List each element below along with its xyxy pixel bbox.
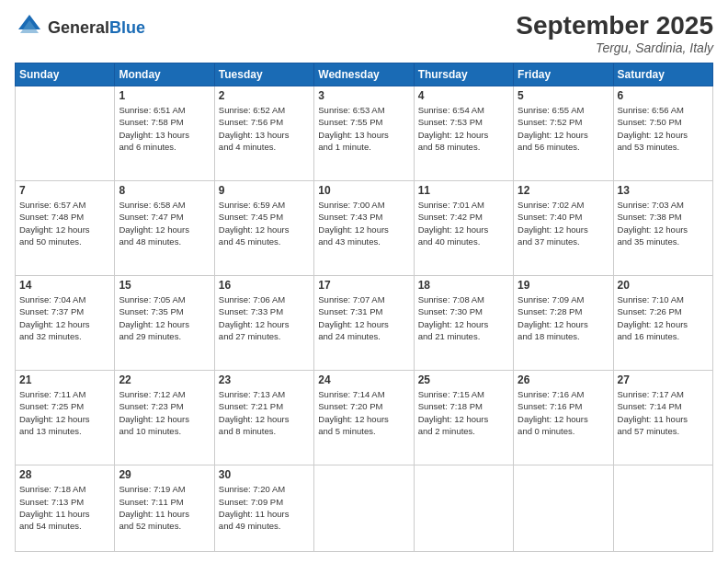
day-info: Sunrise: 6:51 AM Sunset: 7:58 PM Dayligh… [119, 104, 210, 153]
day-info: Sunrise: 7:00 AM Sunset: 7:43 PM Dayligh… [318, 199, 409, 247]
day-info: Sunrise: 6:57 AM Sunset: 7:48 PM Dayligh… [19, 199, 110, 247]
calendar-cell: 4Sunrise: 6:54 AM Sunset: 7:53 PM Daylig… [414, 86, 513, 181]
day-number: 8 [119, 184, 210, 197]
day-info: Sunrise: 7:12 AM Sunset: 7:23 PM Dayligh… [119, 388, 210, 437]
calendar-cell: 14Sunrise: 7:04 AM Sunset: 7:37 PM Dayli… [16, 276, 115, 371]
calendar-cell: 27Sunrise: 7:17 AM Sunset: 7:14 PM Dayli… [613, 371, 712, 465]
day-number: 19 [518, 279, 609, 292]
day-info: Sunrise: 7:15 AM Sunset: 7:18 PM Dayligh… [418, 388, 509, 437]
day-number: 15 [119, 279, 210, 292]
weekday-tuesday: Tuesday [214, 63, 313, 86]
day-info: Sunrise: 7:01 AM Sunset: 7:42 PM Dayligh… [418, 199, 509, 247]
day-info: Sunrise: 7:10 AM Sunset: 7:26 PM Dayligh… [618, 293, 709, 342]
day-info: Sunrise: 7:14 AM Sunset: 7:20 PM Dayligh… [318, 388, 409, 437]
day-number: 13 [618, 184, 709, 197]
day-info: Sunrise: 6:58 AM Sunset: 7:47 PM Dayligh… [119, 199, 210, 247]
calendar-cell: 10Sunrise: 7:00 AM Sunset: 7:43 PM Dayli… [314, 181, 414, 276]
day-number: 2 [219, 89, 310, 102]
day-info: Sunrise: 6:59 AM Sunset: 7:45 PM Dayligh… [219, 199, 310, 247]
day-number: 26 [518, 373, 609, 386]
calendar-cell [314, 465, 414, 552]
day-number: 5 [518, 89, 609, 102]
day-info: Sunrise: 7:03 AM Sunset: 7:38 PM Dayligh… [618, 199, 709, 247]
calendar-cell [514, 465, 613, 552]
calendar-cell: 7Sunrise: 6:57 AM Sunset: 7:48 PM Daylig… [16, 181, 115, 276]
day-number: 23 [219, 373, 310, 386]
day-number: 28 [19, 468, 110, 481]
month-title: September 2025 [516, 11, 713, 40]
day-info: Sunrise: 7:18 AM Sunset: 7:13 PM Dayligh… [19, 483, 110, 532]
weekday-friday: Friday [514, 63, 613, 86]
day-info: Sunrise: 7:16 AM Sunset: 7:16 PM Dayligh… [518, 388, 609, 437]
calendar-cell [613, 465, 712, 552]
day-number: 10 [318, 184, 409, 197]
weekday-wednesday: Wednesday [314, 63, 414, 86]
day-info: Sunrise: 6:55 AM Sunset: 7:52 PM Dayligh… [518, 104, 609, 153]
day-info: Sunrise: 7:07 AM Sunset: 7:31 PM Dayligh… [318, 293, 409, 342]
day-number: 14 [19, 279, 110, 292]
day-info: Sunrise: 7:06 AM Sunset: 7:33 PM Dayligh… [219, 293, 310, 342]
calendar-cell: 15Sunrise: 7:05 AM Sunset: 7:35 PM Dayli… [115, 276, 214, 371]
day-number: 9 [219, 184, 310, 197]
calendar-cell: 6Sunrise: 6:56 AM Sunset: 7:50 PM Daylig… [613, 86, 712, 181]
week-row-5: 28Sunrise: 7:18 AM Sunset: 7:13 PM Dayli… [16, 465, 713, 552]
day-info: Sunrise: 6:54 AM Sunset: 7:53 PM Dayligh… [418, 104, 509, 153]
day-number: 4 [418, 89, 509, 102]
calendar-cell: 2Sunrise: 6:52 AM Sunset: 7:56 PM Daylig… [214, 86, 313, 181]
day-info: Sunrise: 6:53 AM Sunset: 7:55 PM Dayligh… [318, 104, 409, 153]
day-number: 1 [119, 89, 210, 102]
calendar-cell: 25Sunrise: 7:15 AM Sunset: 7:18 PM Dayli… [414, 371, 513, 465]
calendar-cell: 1Sunrise: 6:51 AM Sunset: 7:58 PM Daylig… [115, 86, 214, 181]
week-row-3: 14Sunrise: 7:04 AM Sunset: 7:37 PM Dayli… [16, 276, 713, 371]
day-info: Sunrise: 7:02 AM Sunset: 7:40 PM Dayligh… [518, 199, 609, 247]
calendar-cell: 5Sunrise: 6:55 AM Sunset: 7:52 PM Daylig… [514, 86, 613, 181]
weekday-monday: Monday [115, 63, 214, 86]
day-number: 22 [119, 373, 210, 386]
day-number: 3 [318, 89, 409, 102]
calendar-cell: 3Sunrise: 6:53 AM Sunset: 7:55 PM Daylig… [314, 86, 414, 181]
calendar-cell: 29Sunrise: 7:19 AM Sunset: 7:11 PM Dayli… [115, 465, 214, 552]
day-number: 27 [618, 373, 709, 386]
day-number: 20 [618, 279, 709, 292]
calendar-cell: 8Sunrise: 6:58 AM Sunset: 7:47 PM Daylig… [115, 181, 214, 276]
calendar-cell: 19Sunrise: 7:09 AM Sunset: 7:28 PM Dayli… [514, 276, 613, 371]
day-info: Sunrise: 7:11 AM Sunset: 7:25 PM Dayligh… [19, 388, 110, 437]
day-info: Sunrise: 7:04 AM Sunset: 7:37 PM Dayligh… [19, 293, 110, 342]
day-info: Sunrise: 6:56 AM Sunset: 7:50 PM Dayligh… [618, 104, 709, 153]
calendar-cell: 24Sunrise: 7:14 AM Sunset: 7:20 PM Dayli… [314, 371, 414, 465]
logo-icon [15, 11, 44, 44]
day-number: 16 [219, 279, 310, 292]
week-row-1: 1Sunrise: 6:51 AM Sunset: 7:58 PM Daylig… [16, 86, 713, 181]
calendar-cell: 16Sunrise: 7:06 AM Sunset: 7:33 PM Dayli… [214, 276, 313, 371]
calendar: SundayMondayTuesdayWednesdayThursdayFrid… [15, 63, 713, 552]
calendar-cell: 22Sunrise: 7:12 AM Sunset: 7:23 PM Dayli… [115, 371, 214, 465]
day-number: 21 [19, 373, 110, 386]
calendar-cell: 30Sunrise: 7:20 AM Sunset: 7:09 PM Dayli… [214, 465, 313, 552]
calendar-cell: 9Sunrise: 6:59 AM Sunset: 7:45 PM Daylig… [214, 181, 313, 276]
logo: GeneralBlue [15, 11, 145, 44]
calendar-cell: 13Sunrise: 7:03 AM Sunset: 7:38 PM Dayli… [613, 181, 712, 276]
calendar-cell: 20Sunrise: 7:10 AM Sunset: 7:26 PM Dayli… [613, 276, 712, 371]
day-info: Sunrise: 7:20 AM Sunset: 7:09 PM Dayligh… [219, 483, 310, 532]
day-number: 30 [219, 468, 310, 481]
calendar-cell: 28Sunrise: 7:18 AM Sunset: 7:13 PM Dayli… [16, 465, 115, 552]
calendar-cell: 26Sunrise: 7:16 AM Sunset: 7:16 PM Dayli… [514, 371, 613, 465]
day-number: 24 [318, 373, 409, 386]
day-number: 17 [318, 279, 409, 292]
weekday-sunday: Sunday [16, 63, 115, 86]
logo-text: GeneralBlue [48, 18, 145, 38]
header: GeneralBlue September 2025 Tergu, Sardin… [15, 11, 713, 55]
calendar-cell [414, 465, 513, 552]
day-info: Sunrise: 6:52 AM Sunset: 7:56 PM Dayligh… [219, 104, 310, 153]
calendar-cell: 17Sunrise: 7:07 AM Sunset: 7:31 PM Dayli… [314, 276, 414, 371]
day-info: Sunrise: 7:05 AM Sunset: 7:35 PM Dayligh… [119, 293, 210, 342]
day-info: Sunrise: 7:19 AM Sunset: 7:11 PM Dayligh… [119, 483, 210, 532]
day-info: Sunrise: 7:08 AM Sunset: 7:30 PM Dayligh… [418, 293, 509, 342]
weekday-saturday: Saturday [613, 63, 712, 86]
day-info: Sunrise: 7:13 AM Sunset: 7:21 PM Dayligh… [219, 388, 310, 437]
weekday-thursday: Thursday [414, 63, 513, 86]
location: Tergu, Sardinia, Italy [516, 40, 713, 55]
weekday-header-row: SundayMondayTuesdayWednesdayThursdayFrid… [16, 63, 713, 86]
day-info: Sunrise: 7:09 AM Sunset: 7:28 PM Dayligh… [518, 293, 609, 342]
day-number: 7 [19, 184, 110, 197]
